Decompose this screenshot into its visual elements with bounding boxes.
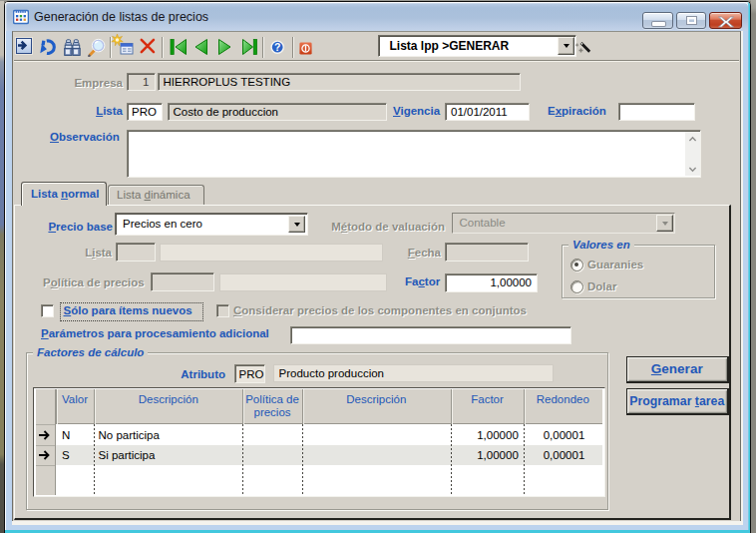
svg-text:?: ?: [273, 41, 279, 53]
